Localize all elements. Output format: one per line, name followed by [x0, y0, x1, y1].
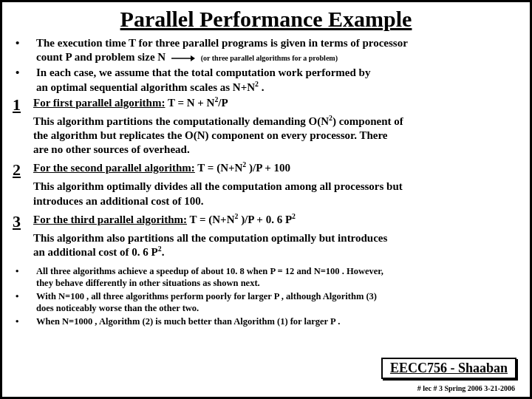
bullet-dot: • — [13, 66, 36, 80]
alg3-mid: )/P + 0. 6 P — [238, 214, 292, 225]
conclusion-3-text: When N=1000 , Algorithm (2) is much bett… — [36, 316, 519, 327]
intro1-line1: The execution time T for three parallel … — [36, 37, 408, 49]
alg1-tail: /P — [218, 97, 228, 109]
algorithm-1-header: 1 For first parallel algorithm: T = N + … — [13, 96, 519, 113]
alg1-b1a: This algorithm partitions the computatio… — [33, 115, 329, 127]
bullet-dot: • — [13, 36, 36, 50]
alg3-eq: T = (N+N — [187, 214, 234, 225]
bullet-dot: • — [13, 316, 36, 327]
alg3-b2b: . — [162, 246, 165, 258]
course-footer-box: EECC756 - Shaaban — [381, 358, 516, 379]
alg1-text: For first parallel algorithm: T = N + N2… — [33, 96, 519, 110]
c1b: they behave differently in other situati… — [36, 278, 260, 288]
conclusions: • All three algorithms achieve a speedup… — [13, 265, 519, 327]
svg-marker-1 — [191, 55, 195, 61]
arrow-icon — [170, 54, 195, 63]
alg3-text: For the third parallel algorithm: T = (N… — [33, 213, 519, 227]
alg2-tail: )/P + 100 — [246, 162, 290, 174]
lecture-footer-line: # lec # 3 Spring 2006 3-21-2006 — [417, 384, 515, 392]
intro2-line1: In each case, we assume that the total c… — [36, 66, 370, 78]
intro2-tail: . — [259, 81, 265, 93]
intro-bullet-1: • The execution time T for three paralle… — [13, 36, 519, 64]
bullet-dot: • — [13, 265, 36, 277]
alg1-eq: T = N + N — [165, 97, 214, 109]
c2b: does noticeably worse than the other two… — [36, 303, 199, 313]
alg2-lead: For the second parallel algorithm: — [33, 162, 195, 174]
intro1-line2: count P and problem size N — [36, 51, 166, 63]
alg-num-2: 2 — [13, 161, 33, 178]
alg1-lead: For first parallel algorithm: — [33, 97, 165, 109]
conclusion-1: • All three algorithms achieve a speedup… — [13, 265, 519, 289]
alg3-lead: For the third parallel algorithm: — [33, 214, 187, 225]
bullet-dot: • — [13, 290, 36, 302]
slide-content: • The execution time T for three paralle… — [13, 36, 519, 327]
c3: When N=1000 , Algorithm (2) is much bett… — [36, 316, 340, 327]
algorithm-2-header: 2 For the second parallel algorithm: T =… — [13, 161, 519, 178]
slide-frame: Parallel Performance Example • The execu… — [0, 0, 532, 399]
alg1-b1b: ) component of — [332, 115, 403, 127]
intro-bullet-2: • In each case, we assume that the total… — [13, 66, 519, 94]
alg2-b1: This algorithm optimally divides all the… — [33, 180, 403, 192]
alg-num-1: 1 — [13, 96, 33, 113]
conclusion-2: • With N=100 , all three algorithms perf… — [13, 290, 519, 314]
intro-2-text: In each case, we assume that the total c… — [36, 66, 519, 94]
alg2-eq: T = (N+N — [195, 162, 242, 174]
alg3-b2a: an additional cost of 0. 6 P — [33, 246, 158, 258]
c1a: All three algorithms achieve a speedup o… — [36, 266, 383, 276]
alg3-b1: This algorithm also partitions all the c… — [33, 232, 387, 244]
alg1-body: This algorithm partitions the computatio… — [13, 115, 519, 157]
intro1-note: (or three parallel algorithms for a prob… — [201, 54, 338, 62]
alg1-b2: the algorithm but replicates the O(N) co… — [33, 129, 388, 141]
conclusion-3: • When N=1000 , Algorithm (2) is much be… — [13, 316, 519, 327]
algorithm-3-header: 3 For the third parallel algorithm: T = … — [13, 213, 519, 230]
conclusion-1-text: All three algorithms achieve a speedup o… — [36, 265, 519, 289]
slide-title: Parallel Performance Example — [13, 7, 519, 32]
alg1-b3: are no other sources of overhead. — [33, 143, 190, 155]
alg-num-3: 3 — [13, 213, 33, 230]
alg3-body: This algorithm also partitions all the c… — [13, 231, 519, 259]
alg2-b2: introduces an additional cost of 100. — [33, 195, 204, 207]
conclusion-2-text: With N=100 , all three algorithms perfor… — [36, 290, 519, 314]
alg2-text: For the second parallel algorithm: T = (… — [33, 161, 519, 175]
intro-1-text: The execution time T for three parallel … — [36, 36, 519, 64]
intro2-line2: an optimal sequential algorithm scales a… — [36, 81, 255, 93]
c2a: With N=100 , all three algorithms perfor… — [36, 291, 377, 301]
alg2-body: This algorithm optimally divides all the… — [13, 180, 519, 208]
